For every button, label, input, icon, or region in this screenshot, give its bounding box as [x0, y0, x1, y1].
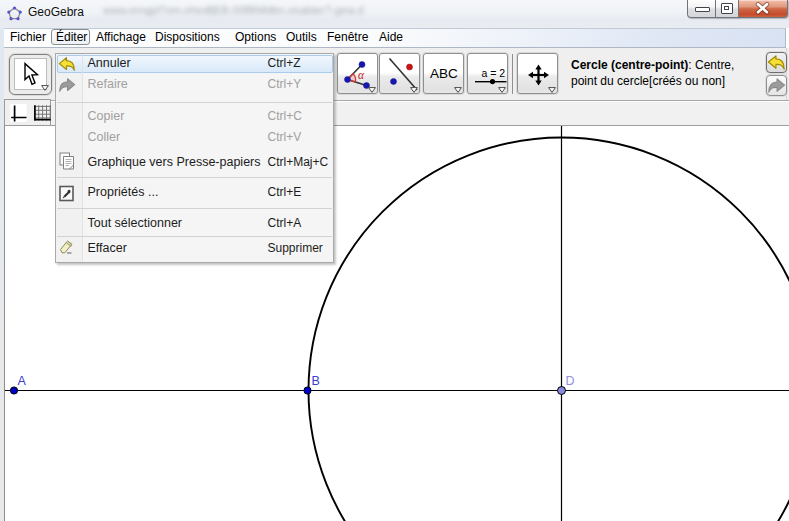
svg-text:a = 2: a = 2	[482, 67, 506, 79]
svg-text:α: α	[358, 69, 365, 81]
svg-text:A: A	[18, 374, 27, 388]
svg-text:D: D	[566, 374, 575, 388]
svg-text:ABC: ABC	[430, 66, 458, 81]
svg-text:B: B	[312, 374, 320, 388]
